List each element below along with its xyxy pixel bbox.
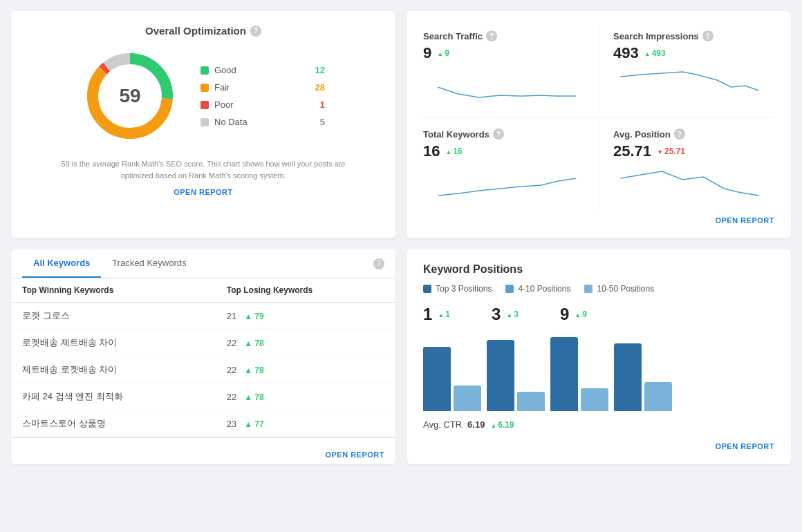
search-traffic-help-icon[interactable]: ? bbox=[486, 30, 497, 41]
tab-tracked-keywords[interactable]: Tracked Keywords bbox=[101, 249, 197, 278]
positions-metrics: 1 1 3 3 9 bbox=[423, 305, 774, 324]
table-row: 로켓배송 제트배송 차이 22 ▲ 78 bbox=[11, 330, 395, 357]
nodata-label: No Data bbox=[214, 117, 248, 127]
optimization-open-report-link[interactable]: OPEN REPORT bbox=[174, 188, 233, 196]
search-card: Search Traffic ? 9 9 Search Impressio bbox=[407, 11, 791, 238]
search-impressions-title: Search Impressions ? bbox=[613, 30, 766, 41]
donut-chart: 59 bbox=[82, 48, 178, 144]
legend-10-50: 10-50 Positions bbox=[584, 284, 654, 294]
avg-position-sparkline bbox=[613, 164, 766, 199]
tab-all-keywords[interactable]: All Keywords bbox=[22, 249, 101, 278]
avg-position-help-icon[interactable]: ? bbox=[674, 129, 685, 140]
metrics-grid: Search Traffic ? 9 9 Search Impressio bbox=[423, 25, 774, 209]
optimization-title-text: Overall Optimization bbox=[145, 25, 246, 37]
optimization-description: 59 is the average Rank Math's SEO score.… bbox=[58, 158, 348, 181]
bar-group bbox=[614, 343, 672, 411]
search-traffic-change: 9 bbox=[437, 48, 449, 58]
positions-footer: OPEN REPORT bbox=[423, 435, 774, 450]
search-impressions-up-arrow bbox=[644, 48, 651, 58]
bar-light bbox=[644, 382, 672, 411]
bar-light bbox=[581, 388, 608, 411]
pos-metric-4-10: 3 3 bbox=[492, 305, 519, 324]
search-traffic-value: 9 9 bbox=[423, 44, 590, 62]
keyword-positions-bars bbox=[423, 335, 774, 411]
fair-dot bbox=[200, 84, 209, 92]
4-10-dot bbox=[505, 285, 514, 293]
keyword-stats: 22 ▲ 78 bbox=[216, 383, 395, 410]
avg-position-change: 25.71 bbox=[657, 146, 685, 156]
avg-position-down-arrow bbox=[657, 146, 663, 156]
fair-label: Fair bbox=[214, 82, 230, 93]
keyword-name: 스마트스토어 상품명 bbox=[11, 410, 216, 437]
bar-dark bbox=[550, 337, 578, 411]
pos-metric-top3: 1 1 bbox=[423, 305, 450, 324]
optimization-legend: Good 12 Fair 28 Poor 1 bbox=[200, 65, 325, 127]
search-traffic-metric: Search Traffic ? 9 9 bbox=[423, 25, 599, 111]
table-row: 로켓 그로스 21 ▲ 79 bbox=[11, 303, 395, 330]
positions-ctr: Avg. CTR 6.19 6.19 bbox=[423, 419, 774, 430]
nodata-value: 5 bbox=[320, 117, 325, 127]
total-keywords-value: 16 16 bbox=[423, 142, 590, 160]
legend-item-nodata: No Data 5 bbox=[200, 117, 325, 127]
total-keywords-up-arrow bbox=[445, 146, 451, 156]
optimization-body: 59 Good 12 Fair 28 bbox=[28, 48, 379, 144]
total-keywords-title: Total Keywords ? bbox=[423, 129, 590, 140]
table-row: 제트배송 로켓배송 차이 22 ▲ 78 bbox=[11, 357, 395, 383]
total-keywords-change: 16 bbox=[445, 146, 462, 156]
bar-dark bbox=[487, 340, 514, 411]
avg-position-value: 25.71 25.71 bbox=[613, 142, 766, 160]
search-open-report-link[interactable]: OPEN REPORT bbox=[423, 216, 774, 225]
nodata-dot bbox=[200, 118, 209, 126]
optimization-help-icon[interactable]: ? bbox=[250, 26, 261, 37]
avg-position-title: Avg. Position ? bbox=[613, 129, 766, 140]
optimization-card: Overall Optimization ? 59 bbox=[11, 11, 395, 238]
search-impressions-value: 493 493 bbox=[613, 44, 766, 62]
good-label: Good bbox=[214, 65, 236, 75]
poor-value: 1 bbox=[320, 99, 325, 110]
fair-value: 28 bbox=[315, 82, 325, 93]
keyword-positions-card: Keyword Positions Top 3 Positions 4-10 P… bbox=[407, 249, 791, 464]
legend-item-fair: Fair 28 bbox=[200, 82, 325, 93]
bar-dark bbox=[423, 347, 451, 411]
total-keywords-sparkline bbox=[423, 164, 590, 199]
keywords-footer: OPEN REPORT bbox=[11, 437, 395, 464]
keyword-stats: 22 ▲ 78 bbox=[216, 330, 395, 357]
bar-group bbox=[423, 347, 481, 411]
positions-legend: Top 3 Positions 4-10 Positions 10-50 Pos… bbox=[423, 284, 774, 294]
legend-top3: Top 3 Positions bbox=[423, 284, 492, 294]
good-value: 12 bbox=[315, 65, 325, 75]
keyword-name: 로켓 그로스 bbox=[11, 303, 216, 330]
10-50-dot bbox=[584, 285, 593, 293]
search-impressions-help-icon[interactable]: ? bbox=[702, 30, 714, 41]
legend-4-10: 4-10 Positions bbox=[505, 284, 570, 294]
bar-light bbox=[454, 386, 481, 411]
bar-group bbox=[550, 337, 608, 411]
keywords-open-report-link[interactable]: OPEN REPORT bbox=[325, 450, 384, 459]
keywords-help-icon[interactable]: ? bbox=[373, 258, 384, 269]
pos-metric-10-50: 9 9 bbox=[560, 305, 587, 324]
table-row: 스마트스토어 상품명 23 ▲ 77 bbox=[11, 410, 395, 437]
keywords-card: All Keywords Tracked Keywords ? Top Winn… bbox=[11, 249, 395, 464]
legend-item-good: Good 12 bbox=[200, 65, 325, 75]
total-keywords-help-icon[interactable]: ? bbox=[493, 129, 504, 140]
keyword-stats: 21 ▲ 79 bbox=[216, 303, 395, 330]
bar-light bbox=[517, 392, 545, 411]
positions-open-report-link[interactable]: OPEN REPORT bbox=[715, 442, 774, 450]
search-impressions-sparkline bbox=[613, 66, 766, 101]
keyword-positions-title: Keyword Positions bbox=[423, 263, 774, 276]
bar-group bbox=[487, 340, 545, 411]
col-losing-header: Top Losing Keywords bbox=[216, 278, 395, 303]
keywords-table: Top Winning Keywords Top Losing Keywords… bbox=[11, 278, 395, 437]
keyword-name: 로켓배송 제트배송 차이 bbox=[11, 330, 216, 357]
keyword-name: 카페 24 검색 엔진 최적화 bbox=[11, 383, 216, 410]
keywords-tabs: All Keywords Tracked Keywords ? bbox=[11, 249, 395, 278]
keyword-stats: 22 ▲ 78 bbox=[216, 357, 395, 383]
search-traffic-title: Search Traffic ? bbox=[423, 30, 590, 41]
good-dot bbox=[200, 66, 209, 75]
dashboard: Overall Optimization ? 59 bbox=[11, 11, 791, 464]
table-row: 카페 24 검색 엔진 최적화 22 ▲ 78 bbox=[11, 383, 395, 410]
optimization-title: Overall Optimization ? bbox=[145, 25, 261, 37]
poor-dot bbox=[200, 101, 209, 109]
avg-position-metric: Avg. Position ? 25.71 25.71 bbox=[599, 117, 774, 209]
optimization-score: 59 bbox=[119, 85, 140, 107]
